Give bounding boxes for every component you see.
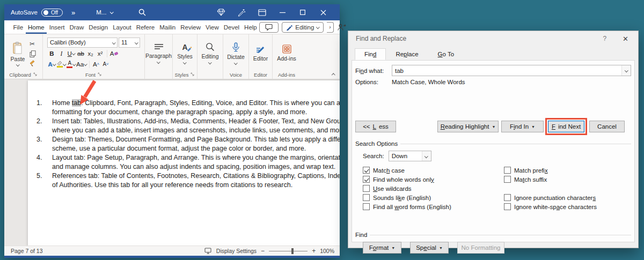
underline-button[interactable]: U (67, 49, 76, 58)
tab-home[interactable]: Home (26, 21, 47, 34)
shrink-font-button[interactable]: A˅ (101, 60, 111, 69)
paragraph-group: Paragraph (145, 34, 173, 79)
checkbox-match-prefix[interactable]: Match prefix (504, 166, 597, 175)
find-in-button[interactable]: Find In▼ (501, 121, 544, 132)
checkbox-ignore-punctuation[interactable]: Ignore punctuation characters (504, 193, 597, 202)
comments-button[interactable] (259, 22, 279, 33)
more-options-button[interactable]: › (327, 22, 334, 33)
font-name-combo[interactable]: Calibri (Body) (47, 38, 118, 48)
bold-button[interactable]: B (47, 49, 56, 58)
eraser-icon (114, 51, 118, 55)
help-button[interactable]: ? (603, 35, 606, 42)
format-button[interactable]: Format▼ (363, 242, 401, 254)
close-icon[interactable]: ✕ (623, 35, 628, 43)
addins-grid-icon (282, 44, 291, 54)
tab-mailings[interactable]: Mailin (157, 21, 178, 34)
grow-font-button[interactable]: A˄ (92, 60, 101, 69)
tab-developer[interactable]: Devel (221, 21, 241, 34)
list-item: 5. References tab: Table of Contents, Fo… (36, 172, 340, 190)
editor-button[interactable]: Editor (250, 36, 271, 70)
tab-review[interactable]: Review (178, 21, 203, 34)
highlight-color-button[interactable] (57, 60, 66, 69)
options-value: Match Case, Whole Words (392, 79, 465, 85)
search-direction-select[interactable]: Down (389, 151, 431, 161)
zoom-slider[interactable] (269, 251, 308, 251)
find-what-dropdown[interactable] (621, 65, 631, 76)
ribbon-display-options-icon[interactable] (252, 4, 272, 20)
dialog-launcher-icon[interactable] (33, 72, 38, 77)
paragraph-button[interactable]: Paragraph (146, 36, 171, 70)
tab-layout[interactable]: Layout (111, 21, 134, 34)
tab-insert[interactable]: Insert (47, 21, 67, 34)
collapse-ribbon-chevron[interactable] (332, 73, 335, 77)
dialog-launcher-icon[interactable] (191, 72, 195, 77)
search-icon[interactable] (138, 9, 146, 16)
cut-button[interactable]: ✂ (30, 40, 36, 48)
minimize-button[interactable] (272, 4, 292, 20)
editing-mode-dropdown[interactable]: Editing (282, 22, 324, 33)
tab-help[interactable]: Help (242, 21, 260, 34)
find-what-input[interactable]: tab (392, 65, 631, 76)
subscript-button[interactable]: x₂ (86, 49, 95, 58)
dropdown-triangle-icon: ▼ (391, 246, 395, 250)
checkbox-whole-words[interactable]: Find whole words only (363, 175, 504, 184)
tab-references[interactable]: Refere (134, 21, 157, 34)
zoom-out-button[interactable]: − (261, 247, 265, 255)
tab-design[interactable]: Design (86, 21, 111, 34)
editing-button[interactable]: Editing (199, 36, 222, 70)
tab-find[interactable]: Find (355, 48, 386, 60)
search-direction-label: Search: (363, 153, 384, 159)
tab-replace[interactable]: Replace (386, 48, 428, 60)
addins-button[interactable]: Add-ins (274, 36, 299, 70)
zoom-level[interactable]: 100% (320, 248, 334, 254)
zoom-slider-thumb[interactable] (291, 248, 294, 254)
select-dropdown[interactable] (422, 151, 431, 161)
dialog-launcher-icon[interactable] (98, 72, 102, 77)
tab-view[interactable]: View (203, 21, 221, 34)
format-painter-button[interactable] (30, 60, 36, 66)
checkbox-match-case[interactable]: Match case (363, 166, 504, 175)
font-size-combo[interactable]: 11 (119, 38, 140, 48)
voice-group-label: Voice (230, 72, 242, 78)
share-icon[interactable] (337, 24, 346, 31)
checkbox-ignore-whitespace[interactable]: Ignore white-space characters (504, 202, 597, 211)
find-next-button[interactable]: Find Next (548, 121, 584, 132)
reading-highlight-button[interactable]: Reading Highlight▼ (437, 121, 499, 132)
zoom-in-button[interactable]: + (312, 247, 316, 255)
tab-file[interactable]: File (11, 21, 26, 34)
maximize-button[interactable] (292, 4, 313, 20)
display-settings-button[interactable]: Display Settings (216, 248, 257, 254)
font-color-button[interactable]: A (67, 60, 76, 69)
text-effects-button[interactable]: A (47, 60, 56, 69)
copy-button[interactable] (30, 50, 36, 57)
autosave-toggle[interactable]: Off (41, 9, 63, 17)
clear-formatting-button[interactable]: A (109, 49, 119, 58)
document-title-dropdown[interactable]: M... (96, 9, 113, 16)
special-button[interactable]: Special▼ (410, 242, 449, 254)
paragraph-lines-icon (154, 43, 164, 51)
italic-button[interactable]: I (57, 49, 66, 58)
font-group: Calibri (Body) 11 B I U ab x₂ x² (43, 34, 145, 79)
checkbox-match-suffix[interactable]: Match suffix (504, 175, 597, 184)
tab-go-to[interactable]: Go To (428, 48, 464, 60)
less-button[interactable]: << Less (355, 121, 396, 132)
change-case-button[interactable]: Aa (76, 60, 87, 69)
dictate-button[interactable]: Dictate (224, 36, 247, 70)
paste-button[interactable]: Paste (8, 40, 27, 66)
no-formatting-button[interactable]: No Formatting (457, 242, 504, 254)
strikethrough-button[interactable]: ab (76, 49, 85, 58)
cancel-button[interactable]: Cancel (589, 121, 625, 132)
clipboard-icon (12, 42, 23, 55)
superscript-button[interactable]: x² (96, 49, 105, 58)
close-button[interactable] (313, 4, 333, 20)
checkbox-sounds-like[interactable]: Sounds like (English) (363, 193, 504, 202)
search-options-group: Search Options (355, 140, 631, 147)
premium-gem-icon[interactable] (211, 4, 231, 20)
pen-sparkle-icon[interactable] (231, 4, 252, 20)
page-indicator[interactable]: Page 7 of 13 (11, 248, 43, 254)
quick-access-overflow[interactable]: » (71, 9, 75, 17)
styles-button[interactable]: A Styles (174, 36, 196, 70)
checkbox-word-forms[interactable]: Find all word forms (English) (363, 202, 504, 211)
tab-draw[interactable]: Draw (67, 21, 86, 34)
checkbox-wildcards[interactable]: Use wildcards (363, 184, 504, 193)
